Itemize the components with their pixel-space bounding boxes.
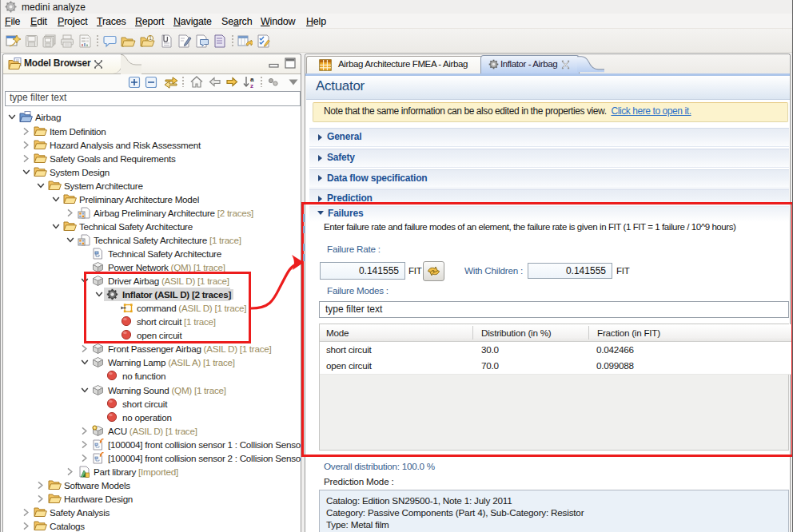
- svg-text:z: z: [250, 82, 253, 89]
- svg-text:1: 1: [149, 35, 152, 41]
